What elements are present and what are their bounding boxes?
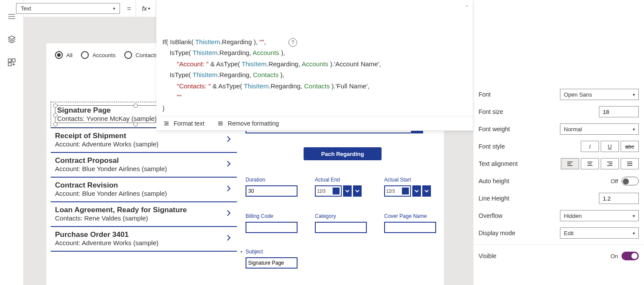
radio-accounts[interactable]: Accounts: [81, 51, 115, 59]
fontsize-label: Font size: [479, 108, 599, 115]
gallery-item-title: Purchase Order 3401: [55, 230, 159, 239]
hamburger-icon[interactable]: [7, 12, 16, 22]
gallery-item-subtitle: Account: Adventure Works (sample): [55, 239, 159, 246]
visible-label: Visible: [479, 253, 611, 259]
gallery-item-title: Loan Agreement, Ready for Signature: [55, 206, 187, 214]
autoheight-label: Auto height: [479, 178, 611, 185]
gallery-item[interactable]: Contract RevisionAccount: Blue Yonder Ai…: [51, 178, 237, 202]
property-selector-value: Text: [21, 5, 31, 12]
actual-end-date[interactable]: 12/3: [315, 185, 342, 197]
actual-start-label: Actual Start: [384, 177, 436, 183]
gallery-item[interactable]: Loan Agreement, Ready for SignatureConta…: [51, 202, 237, 227]
gallery-item-title: Receipt of Shipment: [55, 132, 159, 140]
svg-rect-2: [8, 63, 11, 66]
fontstyle-label: Font style: [479, 143, 581, 150]
actual-end-label: Actual End: [315, 177, 367, 183]
radio-all[interactable]: All: [55, 51, 72, 59]
fontweight-select[interactable]: Normal▾: [560, 123, 639, 135]
category-label: Category: [315, 213, 367, 219]
gallery-item[interactable]: Contract ProposalAccount: Blue Yonder Ai…: [51, 153, 237, 178]
equals-sign: =: [123, 0, 136, 17]
gallery-item-subtitle: Contacts: Rene Valdes (sample): [55, 214, 187, 222]
gallery-item[interactable]: Receipt of ShipmentAccount: Adventure Wo…: [51, 128, 237, 153]
layers-icon[interactable]: [7, 35, 16, 45]
actual-start-date[interactable]: 12/3: [384, 185, 411, 197]
cover-input[interactable]: [384, 222, 436, 233]
subject-input[interactable]: [246, 257, 298, 269]
billing-input[interactable]: [246, 222, 298, 233]
gallery-item-subtitle: Account: Adventure Works (sample): [55, 140, 159, 148]
gallery-item[interactable]: Purchase Order 3401Account: Adventure Wo…: [51, 227, 237, 252]
fx-button[interactable]: fx▾: [136, 0, 156, 17]
selection-handle[interactable]: [133, 122, 138, 126]
calendar-icon: [333, 188, 340, 194]
font-select[interactable]: Open Sans▾: [560, 89, 639, 100]
help-icon[interactable]: ?: [288, 38, 297, 47]
textalign-label: Text alignment: [479, 160, 561, 167]
displaymode-select[interactable]: Edit▾: [560, 227, 639, 239]
chevron-right-icon[interactable]: [225, 160, 233, 169]
formula-bar: Text ▾ = fx▾ ⌃ If( IsBlank( ThisItem.Reg…: [24, 0, 473, 17]
chevron-right-icon[interactable]: [225, 209, 233, 218]
selection-handle[interactable]: [53, 113, 58, 117]
components-icon[interactable]: [7, 58, 16, 68]
minute-spinner[interactable]: [422, 185, 431, 197]
svg-rect-1: [12, 59, 15, 62]
selection-handle[interactable]: [53, 122, 58, 126]
svg-rect-0: [8, 59, 11, 62]
patch-regarding-button[interactable]: Pach Regarding: [304, 147, 382, 160]
visible-toggle[interactable]: [621, 252, 639, 260]
autoheight-toggle[interactable]: [621, 177, 639, 185]
chevron-right-icon[interactable]: [225, 135, 233, 144]
strikethrough-button[interactable]: abc: [621, 141, 639, 152]
duration-label: Duration: [246, 177, 298, 183]
gallery-item-title: Contract Proposal: [55, 156, 167, 165]
left-rail: [0, 0, 24, 285]
fontweight-label: Font weight: [479, 126, 560, 133]
align-center-button[interactable]: [581, 158, 599, 169]
duration-input[interactable]: [246, 185, 298, 197]
align-justify-button[interactable]: [621, 158, 639, 169]
formula-editor[interactable]: ⌃ If( IsBlank( ThisItem.Regarding ), "",…: [156, 0, 473, 131]
calendar-icon: [402, 188, 409, 194]
chevron-down-icon: ▾: [113, 6, 115, 11]
align-left-button[interactable]: [561, 158, 579, 169]
selection-handle[interactable]: [133, 104, 138, 108]
form-area: Yvonne McKay (sample) Pach Regarding Dur…: [246, 121, 440, 285]
italic-button[interactable]: I: [581, 141, 599, 152]
font-label: Font: [479, 91, 560, 98]
gallery-item-subtitle: Account: Blue Yonder Airlines (sample): [55, 190, 167, 197]
chevron-right-icon[interactable]: [225, 185, 233, 194]
chevron-right-icon[interactable]: [225, 234, 233, 243]
billing-label: Billing Code: [246, 213, 298, 219]
hour-spinner[interactable]: [412, 185, 421, 197]
overflow-select[interactable]: Hidden▾: [560, 210, 639, 221]
gallery-item-subtitle: Account: Blue Yonder Airlines (sample): [55, 165, 167, 172]
displaymode-label: Display mode: [479, 230, 560, 236]
cover-label: Cover Page Name: [384, 213, 436, 219]
required-indicator: *: [240, 249, 243, 256]
fontsize-input[interactable]: [599, 106, 639, 117]
remove-formatting-button[interactable]: Remove formatting: [217, 120, 279, 127]
overflow-label: Overflow: [479, 212, 560, 219]
lineheight-input[interactable]: [599, 193, 639, 204]
properties-panel: Font Open Sans▾ Font size Font weight No…: [473, 0, 644, 285]
selection-handle[interactable]: [53, 104, 58, 108]
minute-spinner[interactable]: [353, 185, 362, 197]
category-input[interactable]: [315, 222, 367, 233]
radio-contacts[interactable]: Contacts: [124, 51, 158, 59]
format-text-button[interactable]: Format text: [163, 120, 204, 127]
lineheight-label: Line Height: [479, 195, 599, 202]
align-right-button[interactable]: [601, 158, 619, 169]
property-selector[interactable]: Text ▾: [16, 3, 120, 14]
chevron-up-icon[interactable]: ⌃: [465, 3, 469, 11]
gallery-item-title: Contract Revision: [55, 181, 167, 190]
underline-button[interactable]: U: [601, 141, 619, 152]
subject-label: Subject: [246, 249, 298, 255]
hour-spinner[interactable]: [343, 185, 352, 197]
